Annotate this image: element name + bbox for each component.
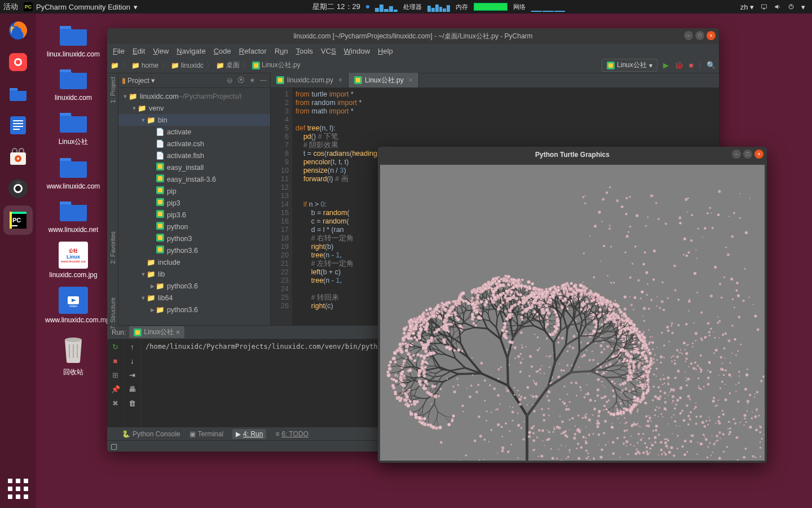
tree-row[interactable]: pip3 xyxy=(118,197,270,209)
pin-icon[interactable]: 📌 xyxy=(111,385,120,393)
breadcrumb[interactable]: 📁〉 📁home〉 📁linuxidc〉 📁桌面〉 Linux公社.py xyxy=(111,60,301,70)
run-button[interactable]: ▶ xyxy=(663,61,669,69)
maximize-button[interactable]: □ xyxy=(695,31,704,40)
tree-row[interactable]: python xyxy=(118,221,270,233)
tree-row[interactable]: python3.6 xyxy=(118,244,270,256)
tab-terminal[interactable]: ▣ Terminal xyxy=(189,430,223,438)
desktop-trash[interactable]: 回收站 xyxy=(45,332,102,377)
dock-pycharm[interactable]: PC xyxy=(3,205,33,235)
dock-writer[interactable] xyxy=(3,111,33,140)
menu-tools[interactable]: Tools xyxy=(296,47,313,55)
stop-button[interactable]: ■ xyxy=(689,61,694,69)
close-icon[interactable]: ✖ xyxy=(112,399,118,408)
dock-software[interactable] xyxy=(3,142,33,172)
maximize-button[interactable]: □ xyxy=(743,150,752,159)
search-icon[interactable]: 🔍 xyxy=(707,61,716,69)
desktop-folder[interactable]: linux.linuxidc.com xyxy=(45,23,102,58)
desktop-folder[interactable]: www.linuxidc.net xyxy=(45,198,102,234)
window-titlebar[interactable]: Python Turtle Graphics – □ × xyxy=(378,147,767,163)
activities-label[interactable]: 活动 xyxy=(3,2,18,12)
tab-structure[interactable]: 7: Structure xyxy=(109,297,116,330)
collapse-icon[interactable]: ⊖ xyxy=(227,76,233,85)
desktop-folder[interactable]: www.linuxidc.com xyxy=(45,155,102,190)
menu-refactor[interactable]: Refactor xyxy=(239,47,267,55)
menu-navigate[interactable]: Navigate xyxy=(176,47,205,55)
print-icon[interactable]: 🖶 xyxy=(129,385,136,393)
window-titlebar[interactable]: linuxidc.com [~/PycharmProjects/linuxidc… xyxy=(107,28,719,44)
svg-point-436 xyxy=(510,444,512,445)
tree-row[interactable]: ▶📁python3.6 xyxy=(118,280,270,292)
desktop-image[interactable]: 公社Linuxwww.linuxidc.corlinuxidc.com.jpg xyxy=(45,242,102,279)
tab-favorites[interactable]: 2: Favorites xyxy=(109,231,116,264)
tree-row[interactable]: ▼📁linuxidc.com ~/PycharmProjects/l xyxy=(118,90,270,102)
menu-view[interactable]: View xyxy=(153,47,169,55)
menu-file[interactable]: File xyxy=(113,47,125,55)
project-panel-title[interactable]: ▮Project ▾ xyxy=(122,76,155,85)
minimize-button[interactable]: – xyxy=(684,31,693,40)
close-button[interactable]: × xyxy=(707,31,716,40)
menu-vcs[interactable]: VCS xyxy=(321,47,336,55)
dock-files[interactable] xyxy=(3,79,33,108)
tree-row[interactable]: ▶📁python3.6 xyxy=(118,304,270,316)
tab-run[interactable]: ▶ 4: Run xyxy=(232,429,266,439)
menu-help[interactable]: Help xyxy=(378,47,393,55)
menu-window[interactable]: Window xyxy=(344,47,370,55)
close-icon[interactable]: × xyxy=(338,76,342,84)
debug-button[interactable]: 🐞 xyxy=(674,61,683,69)
tab-project[interactable]: 1: Project xyxy=(109,77,116,103)
tree-row[interactable]: 📄activate.csh xyxy=(118,138,270,150)
focused-app[interactable]: PC PyCharm Community Edition ▾ xyxy=(24,2,138,11)
stop-icon[interactable]: ■ xyxy=(113,357,118,365)
minimize-button[interactable]: – xyxy=(732,150,741,159)
tree-row[interactable]: ▼📁lib64 xyxy=(118,292,270,304)
dock-firefox[interactable] xyxy=(3,16,33,45)
editor-tab[interactable]: Linux公社.py× xyxy=(348,73,419,87)
dock-camera[interactable] xyxy=(3,174,33,203)
layout-icon[interactable]: ⊞ xyxy=(112,371,118,379)
tab-python-console[interactable]: 🐍 Python Console xyxy=(122,430,180,438)
tree-row[interactable]: 📁include xyxy=(118,256,270,268)
close-button[interactable]: × xyxy=(754,150,764,159)
close-icon[interactable]: × xyxy=(409,76,413,84)
editor-tab[interactable]: linuxidc.com.py× xyxy=(271,73,348,87)
power-icon[interactable] xyxy=(788,3,795,10)
tree-row[interactable]: ▼📁venv xyxy=(118,102,270,114)
menu-run[interactable]: Run xyxy=(275,47,288,55)
tree-row[interactable]: 📄activate xyxy=(118,126,270,138)
wrap-icon[interactable]: ⇥ xyxy=(129,371,135,379)
project-tree[interactable]: ▼📁linuxidc.com ~/PycharmProjects/l▼📁venv… xyxy=(118,88,270,325)
network-icon[interactable] xyxy=(761,3,767,10)
tree-row[interactable]: easy_install-3.6 xyxy=(118,173,270,185)
trash-icon[interactable]: 🗑 xyxy=(129,399,136,408)
hide-icon[interactable]: — xyxy=(260,76,267,85)
gear-icon[interactable]: ✶ xyxy=(249,76,255,85)
tree-row[interactable]: ▼📁lib xyxy=(118,268,270,280)
tree-row[interactable]: pip xyxy=(118,185,270,197)
rerun-icon[interactable]: ↻ xyxy=(112,343,118,351)
clock[interactable]: 星期二 12：29 xyxy=(312,2,360,12)
volume-icon[interactable] xyxy=(774,3,781,10)
svg-point-6111 xyxy=(689,299,691,300)
chevron-down-icon[interactable]: ▾ xyxy=(801,3,805,11)
locate-icon[interactable]: ⦿ xyxy=(237,76,245,85)
run-config-selector[interactable]: Linux公社 ▾ xyxy=(602,59,657,72)
tree-row[interactable]: pip3.6 xyxy=(118,209,270,221)
status-icon[interactable]: ▢ xyxy=(111,442,117,450)
desktop-folder[interactable]: linuxidc.com xyxy=(45,66,102,102)
dock-screenshot[interactable] xyxy=(3,47,33,77)
svg-point-1553 xyxy=(612,441,615,444)
desktop-folder[interactable]: Linux公社 xyxy=(45,110,102,147)
dock-apps-grid[interactable] xyxy=(5,475,32,502)
menu-code[interactable]: Code xyxy=(214,47,231,55)
tree-row[interactable]: ▼📁bin xyxy=(118,114,270,126)
up-icon[interactable]: ↑ xyxy=(130,343,134,351)
input-method[interactable]: zh ▾ xyxy=(740,3,754,11)
tab-todo[interactable]: ≡ 6: TODO xyxy=(275,430,308,438)
desktop-video[interactable]: videowww.linuxidc.com.mp4 xyxy=(45,287,102,324)
down-icon[interactable]: ↓ xyxy=(130,357,134,365)
tree-row[interactable]: python3 xyxy=(118,233,270,244)
run-tab[interactable]: Linux公社 × xyxy=(129,326,184,338)
tree-row[interactable]: easy_install xyxy=(118,161,270,173)
menu-edit[interactable]: Edit xyxy=(133,47,145,55)
tree-row[interactable]: 📄activate.fish xyxy=(118,150,270,161)
